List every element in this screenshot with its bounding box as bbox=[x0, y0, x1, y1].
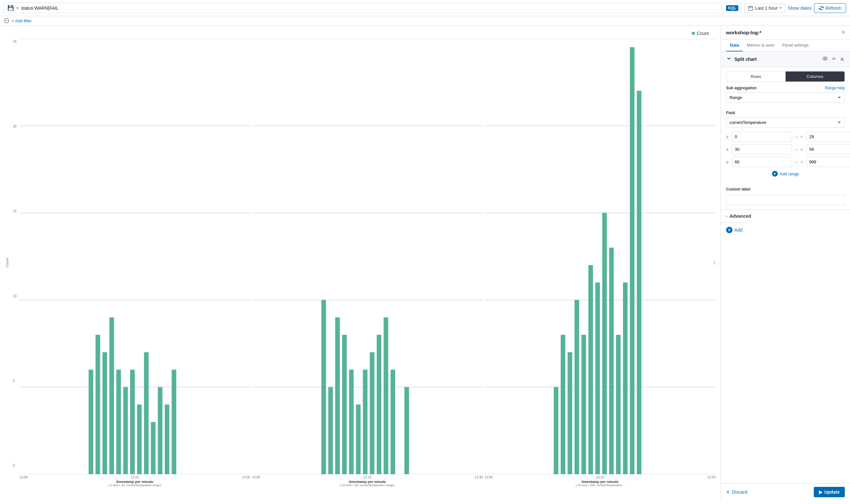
svg-rect-63 bbox=[637, 91, 641, 474]
dropdown-arrow-icon[interactable]: ▾ bbox=[17, 6, 18, 10]
svg-rect-33 bbox=[328, 387, 333, 474]
ranges-section: ≥ → < 🗑 ≥ → < 🗑 ≥ bbox=[721, 132, 850, 183]
columns-toggle[interactable]: Columns bbox=[785, 72, 845, 82]
svg-rect-0 bbox=[748, 6, 753, 10]
svg-rect-34 bbox=[335, 317, 339, 474]
range-arrow-2: → bbox=[794, 147, 799, 152]
discard-label: Discard bbox=[732, 489, 747, 494]
drag-handle[interactable]: ⁞ bbox=[714, 260, 715, 266]
y-axis-label: Count bbox=[5, 258, 9, 267]
x-tick3-1300: 13:00 bbox=[484, 475, 493, 479]
y-tick-0: 0 bbox=[13, 464, 19, 467]
svg-rect-19 bbox=[137, 404, 141, 474]
svg-rect-38 bbox=[363, 370, 367, 474]
collapse-icon[interactable] bbox=[726, 56, 732, 63]
chart-sublabel-3: ≥ 60 and < 999: currentTemperature... bbox=[484, 484, 715, 487]
range-row-2: ≥ → < 🗑 bbox=[726, 144, 845, 154]
header: 💾 ▾ KQL Last 1 hour ▾ Show dates Refresh bbox=[0, 0, 850, 16]
split-chart-icons: ✕ bbox=[822, 55, 845, 63]
chart-panel-1: 13:00 13:15 13:30 timestamp per minute ≥… bbox=[19, 38, 250, 487]
add-range-button[interactable]: + Add range bbox=[772, 169, 799, 178]
y-tick-10: 10 bbox=[13, 294, 19, 298]
gte-symbol-2: ≥ bbox=[726, 147, 730, 152]
split-chart-header: Split chart ✕ bbox=[721, 51, 850, 67]
discard-button[interactable]: ✕ Discard bbox=[726, 489, 747, 494]
show-dates-link[interactable]: Show dates bbox=[788, 5, 812, 11]
chart-panel-2: 13:00 13:15 13:30 timestamp per minute ≥… bbox=[252, 38, 483, 487]
time-picker[interactable]: Last 1 hour ▾ bbox=[744, 3, 785, 13]
svg-point-66 bbox=[825, 58, 826, 59]
update-label: Update bbox=[825, 489, 840, 494]
svg-rect-24 bbox=[172, 370, 176, 474]
panel-tabs: Data Metrics & axes Panel settings bbox=[721, 39, 850, 51]
advanced-row[interactable]: › Advanced bbox=[721, 209, 850, 222]
x-tick2-1315: 13:15 bbox=[363, 475, 371, 479]
sub-aggregation-section: Sub aggregation Range help Range bbox=[721, 86, 850, 107]
visibility-icon[interactable] bbox=[822, 55, 828, 63]
add-button[interactable]: + Add bbox=[721, 222, 748, 237]
legend-label: Count bbox=[697, 31, 709, 36]
x-tick3-1315: 13:15 bbox=[596, 475, 604, 479]
panel-menu-icon[interactable]: ≡ bbox=[842, 30, 845, 35]
custom-label-input[interactable] bbox=[726, 195, 845, 205]
svg-rect-35 bbox=[342, 335, 347, 474]
range-to-3[interactable] bbox=[806, 157, 850, 167]
chart-label-3: timestamp per minute bbox=[484, 480, 715, 484]
save-search-icon[interactable]: 💾 bbox=[7, 5, 14, 11]
field-label: Field bbox=[726, 111, 845, 115]
svg-rect-15 bbox=[109, 317, 114, 474]
range-row-1: ≥ → < 🗑 bbox=[726, 132, 845, 142]
lt-symbol-3: < bbox=[800, 160, 804, 164]
tab-data[interactable]: Data bbox=[726, 39, 743, 51]
add-filter-button[interactable]: + Add filter bbox=[12, 18, 32, 23]
range-to-1[interactable] bbox=[806, 132, 850, 142]
sub-aggregation-select[interactable]: Range bbox=[726, 92, 845, 103]
refresh-button[interactable]: Refresh bbox=[814, 3, 846, 13]
custom-label-label: Custom label bbox=[726, 187, 845, 192]
add-label: Add bbox=[734, 228, 743, 233]
svg-rect-55 bbox=[582, 335, 586, 474]
svg-rect-21 bbox=[151, 422, 155, 474]
x-tick-1300: 13:00 bbox=[19, 475, 28, 479]
close-icon[interactable]: ✕ bbox=[839, 56, 845, 63]
kql-badge[interactable]: KQL bbox=[726, 5, 738, 11]
range-from-1[interactable] bbox=[732, 132, 792, 142]
field-section: Field currentTemperature bbox=[721, 111, 850, 132]
add-range-label: Add range bbox=[780, 172, 799, 176]
play-icon: ▶ bbox=[819, 489, 822, 494]
add-circle-icon: + bbox=[726, 227, 732, 233]
chart-label-1: timestamp per minute bbox=[19, 480, 250, 484]
svg-rect-51 bbox=[554, 387, 559, 474]
sub-aggregation-label: Sub aggregation Range help bbox=[726, 86, 845, 90]
legend-dot bbox=[692, 32, 695, 35]
bottom-bar: ✕ Discard ▶ Update bbox=[721, 483, 850, 501]
range-from-2[interactable] bbox=[732, 144, 792, 154]
panel-header: workshop-log-* ≡ bbox=[721, 25, 850, 39]
y-tick-15: 15 bbox=[13, 209, 19, 213]
range-to-2[interactable] bbox=[806, 144, 850, 154]
svg-rect-37 bbox=[356, 404, 360, 474]
tab-metrics-axes[interactable]: Metrics & axes bbox=[743, 39, 778, 51]
tab-panel-settings[interactable]: Panel settings bbox=[778, 39, 812, 51]
calendar-icon bbox=[748, 5, 753, 11]
range-from-3[interactable] bbox=[732, 157, 792, 167]
svg-rect-62 bbox=[630, 47, 634, 474]
search-input[interactable] bbox=[21, 5, 723, 11]
svg-rect-57 bbox=[595, 283, 600, 474]
range-help-link[interactable]: Range help bbox=[825, 86, 845, 90]
update-button[interactable]: ▶ Update bbox=[814, 487, 845, 497]
svg-rect-58 bbox=[602, 213, 607, 474]
rows-toggle[interactable]: Rows bbox=[726, 72, 785, 82]
chart-label-2: timestamp per minute bbox=[252, 480, 483, 484]
filter-icon[interactable] bbox=[4, 18, 9, 23]
field-select[interactable]: currentTemperature bbox=[726, 117, 845, 128]
svg-rect-23 bbox=[165, 404, 169, 474]
x-tick2-1330: 13:30 bbox=[475, 475, 483, 479]
range-arrow-1: → bbox=[794, 134, 799, 140]
gte-symbol-1: ≥ bbox=[726, 134, 730, 139]
filter-bar: + Add filter bbox=[0, 16, 850, 25]
svg-rect-42 bbox=[390, 370, 395, 474]
x-tick2-1300: 13:00 bbox=[252, 475, 260, 479]
equals-icon[interactable] bbox=[831, 56, 837, 63]
search-bar[interactable]: 💾 ▾ KQL bbox=[4, 3, 742, 13]
